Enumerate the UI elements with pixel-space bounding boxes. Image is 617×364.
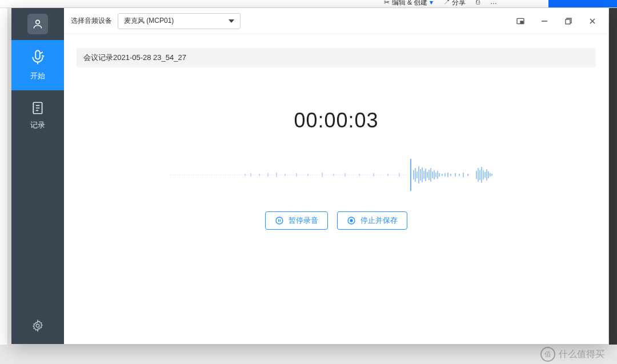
minimize-button[interactable] xyxy=(535,13,554,29)
minimize-icon xyxy=(540,17,548,25)
pause-button[interactable]: 暂停录音 xyxy=(265,211,328,230)
sidebar-item-records[interactable]: 记录 xyxy=(11,90,64,141)
content-area: 会议记录2021-05-28 23_54_27 00:00:03 xyxy=(64,34,608,344)
backdrop-edit: ✂ 编辑 & 创建 ▾ xyxy=(384,0,432,7)
svg-point-58 xyxy=(276,217,283,224)
pip-button[interactable] xyxy=(511,13,530,29)
device-label: 选择音频设备 xyxy=(71,16,112,26)
notebook-icon xyxy=(30,101,45,115)
stop-label: 停止并保存 xyxy=(360,215,398,226)
timer-display: 00:00:03 xyxy=(294,109,378,133)
sidebar-records-label: 记录 xyxy=(30,120,45,130)
pause-label: 暂停录音 xyxy=(289,215,318,226)
controls: 暂停录音 停止并保存 xyxy=(265,211,407,230)
recording-title-value: 会议记录2021-05-28 23_54_27 xyxy=(83,53,186,63)
svg-rect-5 xyxy=(520,21,523,23)
sidebar-start-label: 开始 xyxy=(30,71,45,81)
close-button[interactable] xyxy=(583,13,602,29)
close-icon xyxy=(588,17,596,25)
svg-point-60 xyxy=(350,219,352,222)
svg-rect-6 xyxy=(566,19,570,24)
svg-rect-1 xyxy=(35,51,40,59)
sidebar-settings[interactable] xyxy=(11,307,64,344)
user-avatar[interactable] xyxy=(27,14,48,34)
stop-save-button[interactable]: 停止并保存 xyxy=(337,211,407,230)
waveform xyxy=(171,158,502,192)
device-selected-value: 麦克风 (MCP01) xyxy=(124,16,174,26)
backdrop-more: … xyxy=(490,0,497,7)
gear-icon xyxy=(31,319,44,332)
recording-title-field[interactable]: 会议记录2021-05-28 23_54_27 xyxy=(77,48,596,67)
audio-device-select[interactable]: 麦克风 (MCP01) xyxy=(118,13,241,29)
pause-icon xyxy=(275,216,284,225)
backdrop-share: ↗ 分享 xyxy=(443,0,466,7)
backdrop-print: ⎙ xyxy=(476,0,480,7)
topbar: 选择音频设备 麦克风 (MCP01) xyxy=(64,8,608,34)
maximize-button[interactable] xyxy=(559,13,578,29)
pip-icon xyxy=(516,17,525,26)
svg-point-3 xyxy=(36,324,39,327)
svg-point-0 xyxy=(36,20,40,24)
maximize-icon xyxy=(564,17,572,25)
user-icon xyxy=(32,18,43,30)
chevron-down-icon xyxy=(229,19,234,23)
microphone-icon xyxy=(29,49,46,66)
sidebar: 开始 记录 xyxy=(11,8,64,344)
watermark: 值 什么值得买 xyxy=(540,347,604,362)
stop-icon xyxy=(347,216,356,225)
sidebar-item-start[interactable]: 开始 xyxy=(11,40,64,90)
main-panel: 选择音频设备 麦克风 (MCP01) 会议记录2021-05-28 23_54_… xyxy=(64,8,608,344)
recorder-window: 开始 记录 选择音频设备 麦克风 (MCP01) xyxy=(11,8,608,344)
